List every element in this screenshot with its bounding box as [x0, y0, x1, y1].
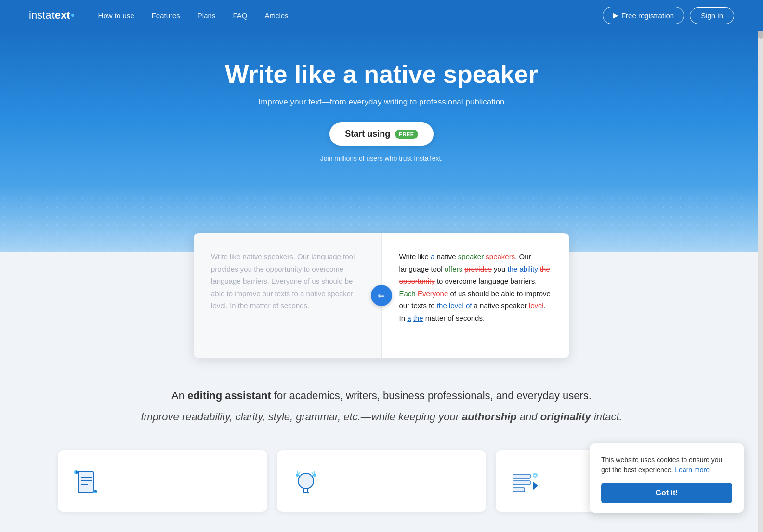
- authorship-bold: authorship: [462, 411, 517, 423]
- cookie-banner: This website uses cookies to ensure you …: [590, 443, 744, 513]
- navbar-right: ▶ Free registration Sign in: [603, 7, 734, 24]
- svg-line-14: [298, 472, 300, 474]
- word-each: Each: [399, 289, 416, 298]
- phrase-the-level-of: the level of: [437, 301, 472, 310]
- logo-insta: insta: [29, 9, 51, 22]
- svg-rect-0: [78, 471, 93, 493]
- svg-rect-21: [513, 481, 530, 485]
- register-chevron-icon: ▶: [613, 11, 618, 20]
- comparison-box: Write like native speakers. Our language…: [194, 233, 569, 358]
- signin-button[interactable]: Sign in: [690, 7, 734, 24]
- toggle-button[interactable]: ⇐: [371, 285, 392, 306]
- panel-right: Write like a native speaker speakers. Ou…: [382, 233, 570, 358]
- document-icon: [71, 467, 102, 498]
- added-a: a: [431, 252, 434, 260]
- comparison-wrapper: Write like native speakers. Our language…: [0, 233, 763, 358]
- panel-right-text: Write like a native speaker speakers. Ou…: [399, 250, 553, 324]
- free-badge: FREE: [395, 130, 418, 139]
- word-offers: offers: [445, 265, 462, 273]
- word-speaker: speaker: [458, 252, 484, 260]
- feature-card-2: [277, 450, 487, 512]
- editing-assistant-bold: editing assistant: [187, 389, 271, 402]
- editing-assistant-line: An editing assistant for academics, writ…: [96, 387, 667, 404]
- nav-link-features[interactable]: Features: [152, 12, 180, 20]
- word-level: level: [529, 301, 544, 310]
- brain-bulb-icon: [290, 467, 321, 498]
- start-label: Start using: [345, 129, 390, 139]
- svg-rect-22: [513, 488, 525, 492]
- line1-prefix: An: [171, 389, 187, 402]
- originality-bold: originality: [540, 411, 591, 423]
- word-provides: provides: [464, 265, 492, 273]
- navbar: insta text How to use Features Plans FAQ…: [0, 0, 763, 31]
- panel-left: Write like native speakers. Our language…: [194, 233, 382, 358]
- line2-suffix: intact.: [591, 411, 622, 423]
- start-using-button[interactable]: Start using FREE: [329, 122, 433, 146]
- nav-links: How to use Features Plans FAQ Articles: [98, 12, 289, 20]
- word-speakers: speakers: [486, 252, 515, 260]
- line1-suffix: for academics, writers, business profess…: [271, 389, 592, 402]
- nav-link-how-to-use[interactable]: How to use: [98, 12, 134, 20]
- trust-text: Join millions of users who trust InstaTe…: [10, 155, 753, 162]
- line2-middle: and: [517, 411, 540, 423]
- learn-more-link[interactable]: Learn more: [675, 466, 710, 474]
- register-label: Free registration: [621, 12, 674, 20]
- svg-marker-23: [533, 482, 538, 490]
- svg-line-18: [312, 472, 314, 474]
- article-the: the: [413, 314, 423, 322]
- line2-prefix: Improve readability, clarity, style, gra…: [141, 411, 462, 423]
- feature-card-1: [58, 450, 267, 512]
- word-everyone: Everyone: [418, 289, 448, 298]
- article-a: a: [407, 314, 411, 322]
- logo[interactable]: insta text: [29, 9, 74, 22]
- improve-arrow-icon: ✦: [509, 467, 540, 498]
- hero-title: Write like a native speaker: [10, 60, 753, 89]
- register-button[interactable]: ▶ Free registration: [603, 7, 684, 24]
- cookie-text: This website uses cookies to ensure you …: [601, 455, 732, 475]
- svg-point-16: [313, 474, 316, 477]
- svg-point-8: [298, 473, 314, 489]
- phrase-the-ability: the ability: [507, 265, 538, 273]
- svg-text:✦: ✦: [533, 474, 537, 478]
- originality-italic: Improve readability, clarity, style, gra…: [141, 411, 622, 423]
- section-description: An editing assistant for academics, writ…: [0, 358, 763, 445]
- hero-section: Write like a native speaker Improve your…: [0, 31, 763, 252]
- nav-link-plans[interactable]: Plans: [197, 12, 216, 20]
- hero-subtitle: Improve your text—from everyday writing …: [10, 97, 753, 107]
- originality-line: Improve readability, clarity, style, gra…: [96, 408, 667, 426]
- nav-link-articles[interactable]: Articles: [264, 12, 288, 20]
- svg-point-12: [296, 474, 299, 477]
- nav-link-faq[interactable]: FAQ: [233, 12, 247, 20]
- navbar-left: insta text How to use Features Plans FAQ…: [29, 9, 289, 22]
- panel-left-text: Write like native speakers. Our language…: [211, 250, 364, 312]
- logo-dot: [71, 14, 74, 17]
- logo-text: text: [51, 9, 70, 22]
- got-it-button[interactable]: Got it!: [601, 483, 732, 503]
- svg-rect-20: [513, 474, 530, 478]
